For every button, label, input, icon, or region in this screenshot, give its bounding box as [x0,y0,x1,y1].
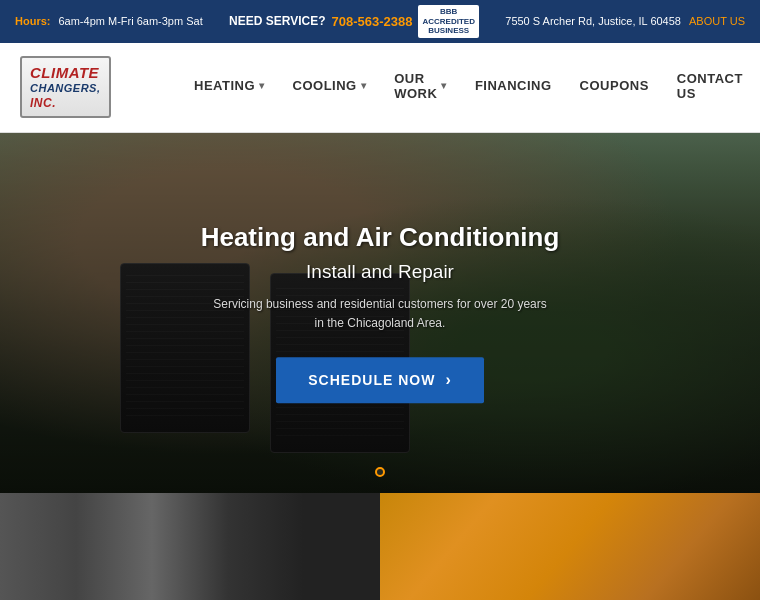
about-us-link[interactable]: ABOUT US [689,15,745,27]
carousel-dot-1[interactable] [375,467,385,477]
hero-desc-line2: in the Chicagoland Area. [315,316,446,330]
address-text: 7550 S Archer Rd, Justice, IL 60458 [505,15,681,27]
nav-links: HEATING ▾ COOLING ▾ OUR WORK ▾ FINANCING… [180,42,757,132]
bbb-line1: BBB [422,7,474,17]
nav-item-heating[interactable]: HEATING ▾ [180,42,279,132]
chevron-down-icon: ▾ [259,80,265,91]
logo[interactable]: Climate Changers, Inc. [20,56,180,118]
chevron-down-icon: ▾ [361,80,367,91]
nav-our-work-label: OUR WORK [394,71,437,101]
nav-heating-label: HEATING [194,78,255,93]
hero-section: Heating and Air Conditioning Install and… [0,133,760,493]
thumbnail-pipes[interactable] [0,493,380,600]
nav-cooling-label: COOLING [293,78,357,93]
hours-section: Hours: 6am-4pm M-Fri 6am-3pm Sat [15,15,203,27]
nav-item-contact[interactable]: CONTACT US [663,42,757,132]
nav-item-our-work[interactable]: OUR WORK ▾ [380,42,461,132]
logo-line2: Changers, [30,82,101,95]
address-section: 7550 S Archer Rd, Justice, IL 60458 ABOU… [505,15,745,27]
need-service-label: NEED SERVICE? [229,14,325,28]
logo-line3: Inc. [30,96,101,110]
logo-line1: Climate [30,64,101,82]
pipes-image [0,493,380,600]
bbb-badge: BBB ACCREDITED BUSINESS [418,5,478,38]
thumbnails-section [0,493,760,600]
thumbnail-hoses[interactable] [380,493,760,600]
nav-coupons-label: COUPONS [580,78,649,93]
logo-text: Climate Changers, Inc. [20,56,111,118]
phone-number[interactable]: 708-563-2388 [332,14,413,29]
schedule-now-button[interactable]: SCHEDULE NOW › [276,357,483,403]
hours-label: Hours: [15,15,50,27]
chevron-down-icon: ▾ [441,80,447,91]
schedule-now-label: SCHEDULE NOW [308,372,435,388]
nav-financing-label: FINANCING [475,78,552,93]
contact-section: NEED SERVICE? 708-563-2388 BBB ACCREDITE… [229,5,479,38]
hero-title: Heating and Air Conditioning [130,222,630,253]
hero-subtitle: Install and Repair [130,261,630,283]
hoses-image [380,493,760,600]
arrow-right-icon: › [445,371,451,389]
bbb-line2: ACCREDITED [422,17,474,27]
nav-contact-label: CONTACT US [677,71,743,101]
top-bar: Hours: 6am-4pm M-Fri 6am-3pm Sat NEED SE… [0,0,760,43]
nav-item-coupons[interactable]: COUPONS [566,42,663,132]
hero-desc-line1: Servicing business and residential custo… [213,297,547,311]
hours-text: 6am-4pm M-Fri 6am-3pm Sat [58,15,202,27]
navigation: Climate Changers, Inc. HEATING ▾ COOLING… [0,43,760,133]
hero-description: Servicing business and residential custo… [130,295,630,333]
nav-item-financing[interactable]: FINANCING [461,42,566,132]
nav-item-cooling[interactable]: COOLING ▾ [279,42,381,132]
hero-content: Heating and Air Conditioning Install and… [130,222,630,403]
carousel-dots [375,467,385,477]
bbb-line3: BUSINESS [422,26,474,36]
